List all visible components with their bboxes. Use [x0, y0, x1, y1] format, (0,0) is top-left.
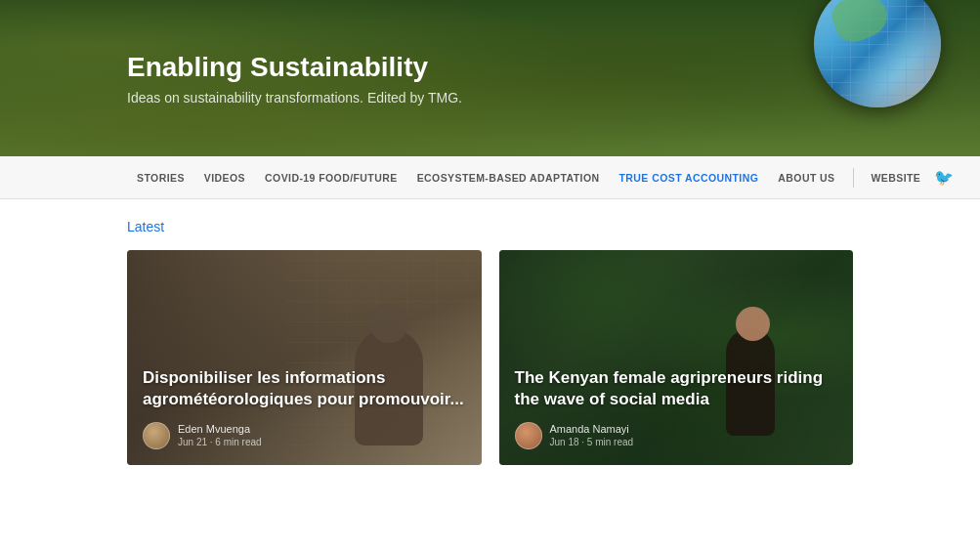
card-2-author-row: Amanda Namayi Jun 18 · 5 min read: [515, 422, 838, 449]
nav-divider: [853, 168, 854, 188]
nav-item-covid[interactable]: COVID-19 FOOD/FUTURE: [255, 172, 407, 184]
hero-text-block: Enabling Sustainability Ideas on sustain…: [127, 51, 462, 106]
nav-item-website[interactable]: WEBSITE: [862, 172, 931, 184]
card-2-author-name: Amanda Namayi: [550, 423, 634, 436]
card-1-author-info: Eden Mvuenga Jun 21 · 6 min read: [178, 423, 262, 447]
card-2-content: The Kenyan female agripreneurs riding th…: [499, 352, 854, 465]
cards-row: Disponibiliser les informations agromété…: [127, 250, 853, 465]
card-2-author-info: Amanda Namayi Jun 18 · 5 min read: [550, 423, 634, 447]
card-1-author-meta: Jun 21 · 6 min read: [178, 437, 262, 448]
nav-item-about[interactable]: ABOUT US: [768, 172, 844, 184]
article-card-2[interactable]: The Kenyan female agripreneurs riding th…: [499, 250, 854, 465]
main-content: Latest Disponibiliser les informations a…: [0, 199, 980, 494]
card-1-title: Disponibiliser les informations agromété…: [143, 367, 466, 410]
card-2-title: The Kenyan female agripreneurs riding th…: [515, 367, 838, 410]
hero-section: Enabling Sustainability Ideas on sustain…: [0, 0, 980, 156]
twitter-icon[interactable]: 🐦: [934, 168, 954, 187]
hero-title: Enabling Sustainability: [127, 51, 462, 84]
card-2-author-meta: Jun 18 · 5 min read: [550, 437, 634, 448]
section-label: Latest: [127, 219, 853, 234]
nav-item-videos[interactable]: VIDEOS: [194, 172, 255, 184]
article-card-1[interactable]: Disponibiliser les informations agromété…: [127, 250, 482, 465]
main-nav: STORIES VIDEOS COVID-19 FOOD/FUTURE ECOS…: [0, 156, 980, 199]
card-1-author-name: Eden Mvuenga: [178, 423, 262, 436]
nav-item-true-cost[interactable]: TRUE COST ACCOUNTING: [610, 172, 769, 184]
card-1-author-avatar: [143, 422, 170, 449]
nav-item-stories[interactable]: STORIES: [127, 172, 194, 184]
card-2-author-avatar: [515, 422, 542, 449]
nav-item-ecosystem[interactable]: ECOSYSTEM-BASED ADAPTATION: [407, 172, 610, 184]
card-1-author-row: Eden Mvuenga Jun 21 · 6 min read: [143, 422, 466, 449]
hero-subtitle: Ideas on sustainability transformations.…: [127, 90, 462, 106]
nav-items-list: STORIES VIDEOS COVID-19 FOOD/FUTURE ECOS…: [127, 168, 954, 188]
card-1-content: Disponibiliser les informations agromété…: [127, 352, 482, 465]
